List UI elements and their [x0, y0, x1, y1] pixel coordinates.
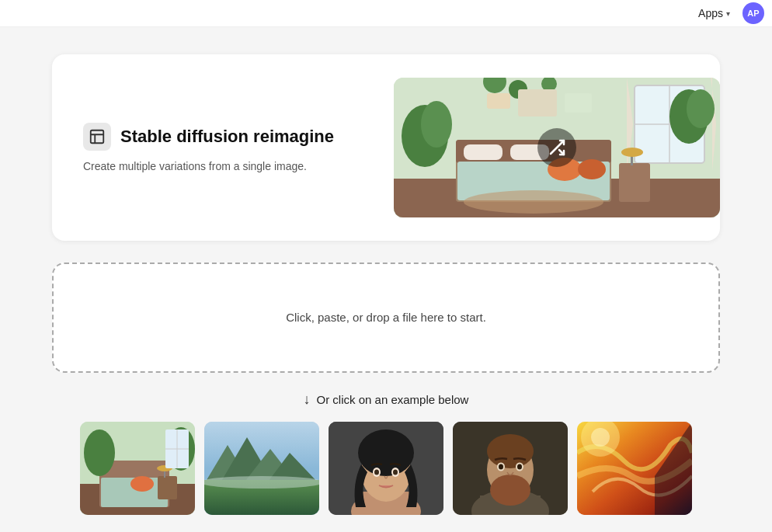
- example-thumb-abstract[interactable]: [577, 422, 692, 515]
- svg-point-67: [487, 434, 534, 468]
- header: Apps ▾ AP: [0, 0, 772, 27]
- hero-title-row: Stable diffusion reimagine: [83, 123, 394, 151]
- example-label-row: ↓ Or click on an example below: [304, 391, 469, 408]
- avatar[interactable]: AP: [742, 2, 764, 24]
- hero-title: Stable diffusion reimagine: [120, 127, 334, 147]
- svg-rect-12: [464, 144, 502, 160]
- upload-dropzone[interactable]: Click, paste, or drop a file here to sta…: [52, 263, 720, 373]
- svg-point-22: [687, 89, 715, 128]
- svg-rect-28: [565, 93, 592, 113]
- reimagine-icon: [83, 123, 111, 151]
- svg-point-26: [464, 190, 603, 214]
- svg-rect-29: [487, 93, 510, 109]
- hero-card: Stable diffusion reimagine Create multip…: [52, 54, 720, 241]
- svg-point-60: [374, 470, 379, 475]
- svg-point-66: [490, 475, 530, 506]
- hero-image-container: [394, 78, 720, 217]
- apps-label: Apps: [698, 7, 723, 19]
- svg-rect-39: [158, 476, 177, 499]
- svg-rect-16: [619, 163, 650, 202]
- svg-point-74: [591, 428, 610, 447]
- svg-rect-0: [91, 130, 104, 144]
- hero-text-section: Stable diffusion reimagine Create multip…: [83, 123, 394, 172]
- svg-point-71: [517, 464, 522, 470]
- main-content: Stable diffusion reimagine Create multip…: [0, 0, 772, 530]
- svg-point-70: [499, 464, 503, 470]
- apps-menu[interactable]: Apps ▾: [692, 4, 736, 23]
- svg-point-61: [393, 470, 398, 475]
- svg-point-15: [578, 159, 606, 179]
- svg-point-20: [421, 101, 452, 148]
- example-thumb-landscape[interactable]: [204, 422, 319, 515]
- svg-point-36: [130, 476, 154, 492]
- svg-point-18: [621, 148, 643, 157]
- svg-point-51: [204, 476, 319, 489]
- example-thumb-portrait-man[interactable]: [453, 422, 568, 515]
- example-thumbnails: [80, 422, 692, 515]
- hero-description: Create multiple variations from a single…: [83, 160, 394, 172]
- svg-rect-27: [518, 89, 557, 116]
- example-thumb-bedroom[interactable]: [80, 422, 195, 515]
- example-thumb-portrait-woman[interactable]: [329, 422, 443, 515]
- shuffle-icon: [537, 128, 576, 167]
- upload-prompt-text: Click, paste, or drop a file here to sta…: [286, 311, 486, 324]
- svg-point-37: [84, 429, 115, 476]
- chevron-down-icon: ▾: [726, 9, 730, 18]
- svg-point-57: [358, 429, 414, 476]
- down-arrow-icon: ↓: [304, 391, 311, 408]
- example-label: Or click on an example below: [317, 393, 469, 406]
